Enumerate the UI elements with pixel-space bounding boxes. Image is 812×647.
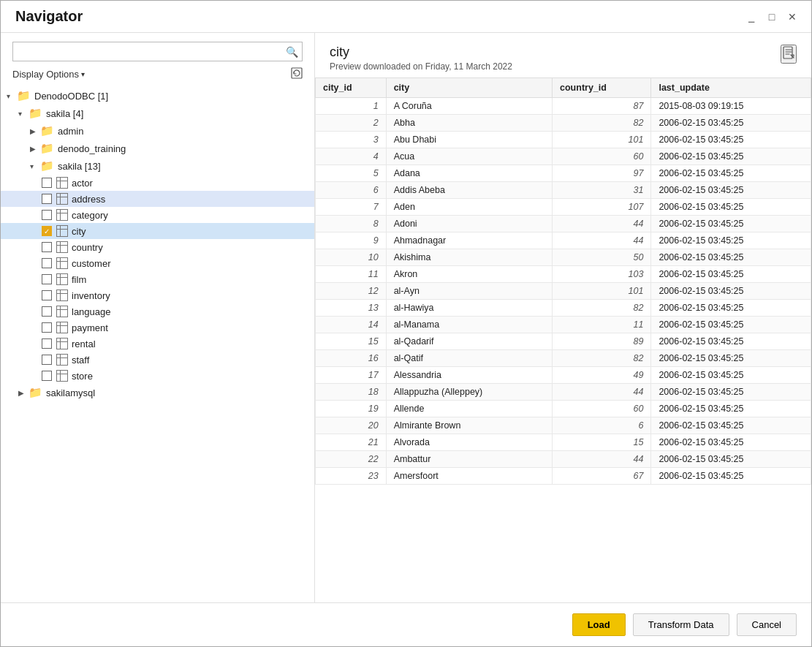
checkbox-address[interactable] [42,194,52,204]
minimize-button[interactable]: ⎯ [744,10,759,24]
tree-label-admin: admin [58,126,83,137]
refresh-button[interactable] [291,67,303,81]
load-button[interactable]: Load [572,613,626,636]
checkbox-store[interactable] [42,371,52,381]
checkbox-inventory[interactable] [42,290,52,300]
header-row: city_id city country_id last_update [316,78,811,98]
expand-arrow-denodo_training: ▶ [30,145,40,153]
tree-label-actor: actor [72,178,93,189]
table-cell-col0: 2 [316,115,387,132]
maximize-button[interactable]: □ [764,10,779,24]
window-controls: ⎯ □ ✕ [744,10,800,24]
folder-icon-denodo: 📁 [17,89,31,102]
tree-item-sakila13[interactable]: ▾📁sakila [13] [1,157,314,175]
table-icon-address [56,193,68,205]
tree-item-admin[interactable]: ▶📁admin [1,122,314,140]
tree-item-denodo[interactable]: ▾📁DenodoODBC [1] [1,87,314,105]
tree-item-address[interactable]: address [1,191,314,207]
search-input-wrap: 🔍 [12,42,303,61]
tree-item-denodo_training[interactable]: ▶📁denodo_training [1,140,314,157]
checkbox-customer[interactable] [42,258,52,268]
table-cell-col0: 19 [316,401,387,417]
folder-icon-sakila: 📁 [29,107,42,120]
tree-item-sakilamysql[interactable]: ▶📁sakilamysql [1,384,314,401]
tree-item-payment[interactable]: payment [1,319,314,336]
table-cell-col2: 82 [553,300,651,317]
table-cell-col3: 2006-02-15 03:45:25 [651,350,811,367]
checkbox-payment[interactable] [42,322,52,333]
tree-label-country: country [72,242,103,253]
chevron-down-icon: ▾ [81,70,85,78]
tree-item-category[interactable]: category [1,207,314,223]
table-cell-col3: 2006-02-15 03:45:25 [651,384,811,401]
table-cell-col0: 6 [316,182,387,199]
table-cell-col0: 1 [316,98,387,115]
table-cell-col2: 44 [553,232,651,249]
table-cell-col1: Alessandria [386,367,552,384]
checkbox-actor[interactable] [42,178,52,188]
preview-info: city Preview downloaded on Friday, 11 Ma… [330,45,512,72]
table-row: 12al-Ayn1012006-02-15 03:45:25 [316,283,811,300]
close-button[interactable]: ✕ [785,10,800,24]
table-cell-col0: 17 [316,367,387,384]
table-row: 6Addis Abeba312006-02-15 03:45:25 [316,182,811,199]
table-cell-col1: Almirante Brown [386,417,552,434]
preview-header: city Preview downloaded on Friday, 11 Ma… [315,45,811,77]
table-cell-col0: 5 [316,165,387,182]
window-title: Navigator [15,8,83,25]
tree-item-actor[interactable]: actor [1,175,314,191]
table-cell-col2: 49 [553,367,651,384]
col-country-id: country_id [553,78,651,98]
checkbox-country[interactable] [42,242,52,252]
tree-item-language[interactable]: language [1,303,314,319]
table-cell-col1: Abu Dhabi [386,132,552,148]
table-cell-col0: 18 [316,384,387,401]
checkbox-city[interactable]: ✓ [42,226,52,236]
export-doc-icon [782,46,795,59]
table-row: 8Adoni442006-02-15 03:45:25 [316,216,811,232]
tree-item-country[interactable]: country [1,239,314,255]
tree-label-sakila: sakila [4] [46,108,83,119]
table-row: 22Ambattur442006-02-15 03:45:25 [316,451,811,468]
table-icon-inventory [56,290,68,301]
table-cell-col1: Acua [386,148,552,165]
tree-item-staff[interactable]: staff [1,352,314,368]
col-last-update: last_update [651,78,811,98]
tree-item-customer[interactable]: customer [1,255,314,271]
table-cell-col2: 67 [553,468,651,485]
checkbox-staff[interactable] [42,355,52,365]
tree-item-city[interactable]: ✓city [1,223,314,239]
checkbox-category[interactable] [42,210,52,220]
search-input[interactable] [12,42,303,61]
tree-label-language: language [72,306,111,317]
table-cell-col1: Adana [386,165,552,182]
tree-item-inventory[interactable]: inventory [1,287,314,303]
table-cell-col0: 10 [316,249,387,266]
svg-rect-0 [292,68,302,78]
preview-subtitle: Preview downloaded on Friday, 11 March 2… [330,61,512,72]
checkbox-film[interactable] [42,274,52,284]
folder-icon-sakilamysql: 📁 [29,386,42,399]
table-icon-city [56,225,68,237]
folder-icon-denodo_training: 📁 [40,142,54,155]
table-cell-col3: 2006-02-15 03:45:25 [651,367,811,384]
checkbox-rental[interactable] [42,338,52,349]
transform-data-button[interactable]: Transform Data [633,613,729,636]
cancel-button[interactable]: Cancel [737,613,797,636]
display-options-button[interactable]: Display Options ▾ [12,69,85,80]
table-row: 10Akishima502006-02-15 03:45:25 [316,249,811,266]
table-icon-staff [56,354,68,366]
tree-item-rental[interactable]: rental [1,336,314,352]
expand-arrow-denodo: ▾ [7,92,17,100]
expand-arrow-sakila13: ▾ [30,162,40,170]
tree-item-sakila[interactable]: ▾📁sakila [4] [1,105,314,122]
data-table-wrap: city_id city country_id last_update 1A C… [315,77,811,602]
tree-item-film[interactable]: film [1,271,314,287]
right-panel: city Preview downloaded on Friday, 11 Ma… [315,33,811,602]
table-icon-language [56,306,68,317]
table-cell-col1: al-Qatif [386,350,552,367]
export-icon[interactable] [781,45,797,64]
table-cell-col2: 60 [553,148,651,165]
tree-item-store[interactable]: store [1,368,314,384]
checkbox-language[interactable] [42,306,52,317]
